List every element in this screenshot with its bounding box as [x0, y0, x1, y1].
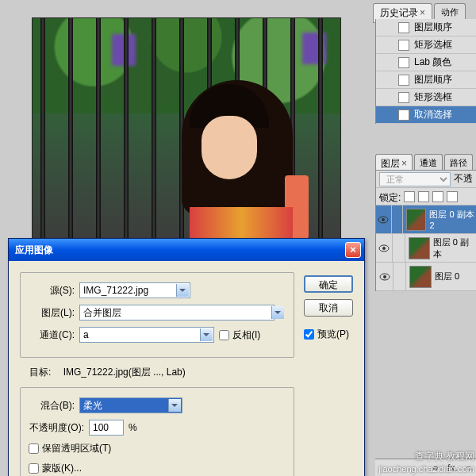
- close-icon[interactable]: ×: [345, 242, 361, 258]
- history-item[interactable]: 矩形选框: [376, 36, 476, 54]
- source-select[interactable]: [79, 282, 190, 298]
- opacity-label: 不透: [454, 172, 473, 186]
- channel-select[interactable]: [79, 327, 214, 343]
- history-panel: 图层顺序 矩形选框 Lab 颜色 图层顺序 矩形选框 取消选择: [375, 19, 476, 124]
- close-tab-icon[interactable]: ×: [420, 7, 425, 18]
- dialog-titlebar[interactable]: 应用图像 ×: [9, 239, 364, 261]
- link-cell[interactable]: [392, 205, 403, 234]
- channel-label: 通道(C):: [29, 328, 75, 342]
- source-label: 源(S):: [29, 284, 75, 298]
- percent-label: %: [129, 422, 137, 433]
- history-item[interactable]: 图层顺序: [376, 19, 476, 36]
- visibility-icon[interactable]: [376, 205, 392, 234]
- invert-checkbox[interactable]: [219, 330, 229, 340]
- invert-label: 反相(I): [232, 328, 260, 342]
- svg-point-5: [383, 275, 386, 278]
- layer-select[interactable]: [79, 305, 274, 321]
- preview-checkbox[interactable]: [304, 329, 314, 340]
- history-icon: [398, 22, 409, 33]
- layer-row[interactable]: 图层 0 副本 2: [376, 205, 476, 234]
- history-icon: [398, 109, 409, 121]
- layer-label: 图层(L):: [29, 306, 75, 320]
- lock-paint-icon[interactable]: [418, 191, 429, 202]
- history-icon: [398, 75, 409, 86]
- lock-trans-icon[interactable]: [404, 191, 415, 202]
- layer-row[interactable]: 图层 0 副本: [376, 234, 476, 263]
- link-cell[interactable]: [393, 234, 405, 263]
- history-item[interactable]: 图层顺序: [376, 71, 476, 89]
- preserve-trans-label: 保留透明区域(T): [42, 442, 111, 455]
- opacity-input[interactable]: [89, 420, 124, 436]
- layers-panel: 正常 不透 锁定: 图层 0 副本 2 图层 0 副本 图层 0: [375, 170, 476, 291]
- layer-thumbnail: [409, 266, 432, 288]
- apply-image-dialog: 应用图像 × 源(S): 图层(L): 通道(C): 反相(I): [8, 238, 365, 476]
- visibility-icon[interactable]: [376, 263, 393, 291]
- history-icon: [398, 40, 409, 51]
- mask-label: 蒙版(K)...: [42, 462, 82, 475]
- preview-label: 预览(P): [317, 328, 349, 341]
- link-cell[interactable]: [393, 263, 406, 291]
- lock-label: 锁定:: [379, 191, 401, 202]
- opacity-label: 不透明度(O):: [29, 421, 84, 435]
- blend-select[interactable]: [79, 397, 182, 413]
- close-tab-icon[interactable]: ×: [401, 158, 407, 169]
- layer-name: 图层 0 副本: [433, 236, 476, 260]
- watermark: 查字典 教程网 jiaocheng.chazidian.com: [379, 451, 474, 474]
- history-item[interactable]: 取消选择: [376, 106, 476, 124]
- svg-point-1: [382, 218, 385, 221]
- blend-label: 混合(B):: [29, 399, 75, 413]
- layer-thumbnail: [406, 209, 426, 231]
- lock-all-icon[interactable]: [447, 191, 458, 202]
- target-label: 目标:: [29, 366, 51, 379]
- history-icon: [398, 57, 409, 68]
- history-item[interactable]: 矩形选框: [376, 89, 476, 106]
- document-canvas: [32, 17, 341, 240]
- blend-mode-select[interactable]: 正常: [379, 172, 451, 186]
- layer-row[interactable]: 图层 0: [376, 263, 476, 291]
- preserve-trans-checkbox[interactable]: [29, 443, 39, 454]
- ok-button[interactable]: 确定: [304, 275, 353, 293]
- layer-name: 图层 0: [435, 271, 459, 282]
- target-value: IMG_71222.jpg(图层 ..., Lab): [63, 366, 186, 379]
- history-item[interactable]: Lab 颜色: [376, 54, 476, 71]
- svg-point-3: [382, 247, 386, 250]
- cancel-button[interactable]: 取消: [304, 299, 353, 317]
- history-icon: [398, 92, 409, 103]
- lock-move-icon[interactable]: [432, 191, 443, 202]
- layer-thumbnail: [409, 237, 430, 259]
- dialog-title: 应用图像: [12, 244, 345, 257]
- visibility-icon[interactable]: [376, 234, 393, 263]
- mask-checkbox[interactable]: [29, 463, 39, 474]
- layer-name: 图层 0 副本 2: [429, 209, 476, 230]
